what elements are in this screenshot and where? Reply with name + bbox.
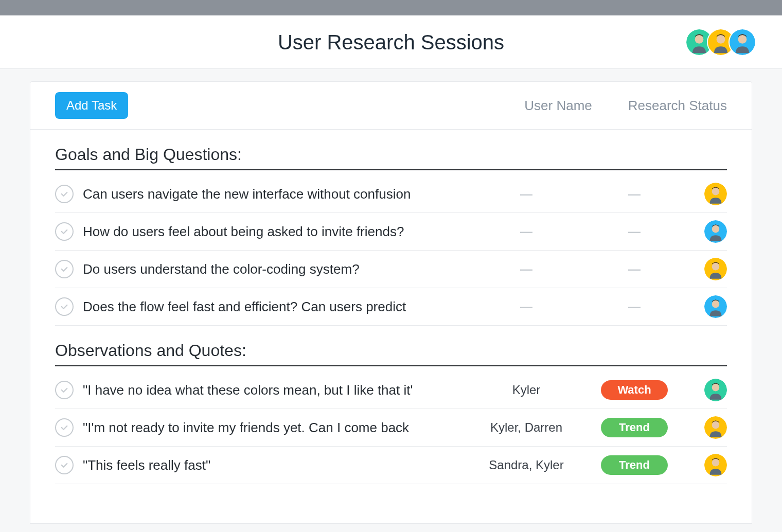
task-row[interactable]: "This feels really fast"Sandra, KylerTre… xyxy=(55,447,727,484)
column-header-research-status: Research Status xyxy=(628,98,727,114)
window-chrome-bar xyxy=(0,0,782,15)
status-badge[interactable]: Trend xyxy=(601,418,668,437)
task-assignee[interactable] xyxy=(686,379,727,401)
column-header-user-name: User Name xyxy=(524,98,592,114)
task-research-status: — xyxy=(583,299,686,314)
task-research-status: — xyxy=(583,187,686,201)
assignee-avatar xyxy=(704,220,727,243)
task-user-name: Sandra, Kyler xyxy=(470,458,583,472)
svg-point-15 xyxy=(712,384,720,392)
svg-point-7 xyxy=(712,188,720,196)
task-research-status: — xyxy=(583,262,686,276)
task-title: Does the flow feel fast and efficient? C… xyxy=(83,299,470,315)
task-title: How do users feel about being asked to i… xyxy=(83,224,470,240)
svg-point-13 xyxy=(712,300,720,308)
task-assignee[interactable] xyxy=(686,295,727,318)
task-research-status: Trend xyxy=(583,418,686,437)
task-assignee[interactable] xyxy=(686,258,727,280)
card-toolbar: Add Task User Name Research Status xyxy=(30,82,752,130)
complete-task-checkbox[interactable] xyxy=(55,297,74,316)
section-title: Observations and Quotes: xyxy=(55,341,727,366)
task-assignee[interactable] xyxy=(686,183,727,205)
task-section: Goals and Big Questions:Can users naviga… xyxy=(30,130,752,326)
task-assignee[interactable] xyxy=(686,416,727,439)
svg-point-3 xyxy=(717,35,725,44)
svg-point-17 xyxy=(712,421,720,429)
task-row[interactable]: "I'm not ready to invite my friends yet.… xyxy=(55,409,727,447)
complete-task-checkbox[interactable] xyxy=(55,456,74,474)
assignee-avatar xyxy=(704,295,727,318)
assignee-avatar xyxy=(704,454,727,476)
svg-point-19 xyxy=(712,459,720,467)
task-user-name: Kyler, Darren xyxy=(470,420,583,435)
add-task-button[interactable]: Add Task xyxy=(55,92,128,119)
status-badge[interactable]: Watch xyxy=(601,380,668,400)
svg-point-9 xyxy=(712,225,720,233)
task-row[interactable]: How do users feel about being asked to i… xyxy=(55,213,727,251)
task-title: "This feels really fast" xyxy=(83,457,470,473)
task-research-status: Watch xyxy=(583,380,686,400)
page-header: User Research Sessions xyxy=(0,15,782,69)
task-user-name: — xyxy=(470,224,583,239)
assignee-avatar xyxy=(704,258,727,280)
task-title: "I have no idea what these colors mean, … xyxy=(83,382,470,398)
complete-task-checkbox[interactable] xyxy=(55,418,74,437)
page-title: User Research Sessions xyxy=(278,31,504,54)
column-headers: User Name Research Status xyxy=(524,98,727,114)
svg-point-11 xyxy=(712,263,720,271)
task-list-card: Add Task User Name Research Status Goals… xyxy=(30,81,752,524)
status-badge[interactable]: Trend xyxy=(601,455,668,475)
task-assignee[interactable] xyxy=(686,454,727,476)
svg-point-5 xyxy=(738,35,747,44)
task-row[interactable]: Do users understand the color-coding sys… xyxy=(55,251,727,288)
task-row[interactable]: Can users navigate the new interface wit… xyxy=(55,175,727,213)
collaborator-avatar[interactable] xyxy=(728,28,756,56)
task-user-name: — xyxy=(470,299,583,314)
complete-task-checkbox[interactable] xyxy=(55,260,74,278)
task-title: Do users understand the color-coding sys… xyxy=(83,261,470,277)
assignee-avatar xyxy=(704,379,727,401)
task-user-name: — xyxy=(470,187,583,201)
task-row[interactable]: "I have no idea what these colors mean, … xyxy=(55,371,727,409)
task-research-status: Trend xyxy=(583,455,686,475)
collaborator-avatars xyxy=(691,28,756,56)
task-title: Can users navigate the new interface wit… xyxy=(83,186,470,202)
task-research-status: — xyxy=(583,224,686,239)
section-title: Goals and Big Questions: xyxy=(55,145,727,170)
complete-task-checkbox[interactable] xyxy=(55,185,74,203)
assignee-avatar xyxy=(704,183,727,205)
svg-point-1 xyxy=(695,35,704,44)
complete-task-checkbox[interactable] xyxy=(55,381,74,399)
task-title: "I'm not ready to invite my friends yet.… xyxy=(83,420,470,436)
task-user-name: — xyxy=(470,262,583,276)
task-user-name: Kyler xyxy=(470,383,583,397)
task-row[interactable]: Does the flow feel fast and efficient? C… xyxy=(55,288,727,326)
task-assignee[interactable] xyxy=(686,220,727,243)
complete-task-checkbox[interactable] xyxy=(55,222,74,241)
assignee-avatar xyxy=(704,416,727,439)
task-section: Observations and Quotes:"I have no idea … xyxy=(30,326,752,484)
